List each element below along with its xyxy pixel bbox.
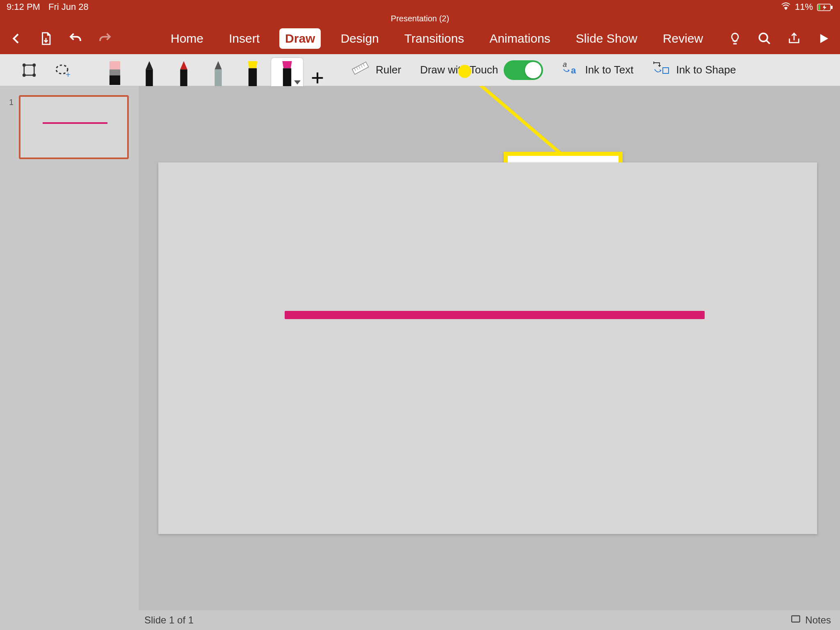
svg-marker-20 — [180, 61, 187, 69]
svg-point-4 — [759, 33, 767, 41]
svg-rect-16 — [110, 69, 120, 75]
svg-line-5 — [766, 40, 770, 44]
tab-draw[interactable]: Draw — [279, 28, 321, 49]
pen-red[interactable] — [167, 57, 200, 86]
add-pen-button[interactable] — [305, 70, 330, 86]
ruler-icon — [351, 60, 370, 80]
workspace: 1 Ruler — [0, 86, 840, 610]
pen-black[interactable] — [133, 57, 166, 86]
pencil-gray[interactable] — [202, 57, 235, 86]
svg-marker-18 — [146, 61, 153, 69]
undo-button[interactable] — [66, 30, 84, 48]
battery-low-charging-icon — [817, 2, 833, 12]
svg-point-12 — [33, 74, 35, 76]
ink-to-text-button[interactable]: aa Ink to Text — [556, 60, 639, 80]
ribbon-tabs: Home Insert Draw Design Transitions Anim… — [165, 28, 709, 49]
back-button[interactable] — [7, 30, 25, 48]
svg-rect-30 — [352, 62, 368, 74]
ink-to-shape-button[interactable]: Ink to Shape — [646, 60, 742, 80]
callout-anchor-dot — [458, 65, 471, 78]
svg-rect-21 — [180, 69, 187, 86]
svg-point-10 — [33, 64, 35, 66]
share-icon[interactable] — [785, 30, 803, 48]
svg-point-0 — [785, 8, 787, 9]
tab-animations[interactable]: Animations — [484, 28, 556, 49]
svg-text:+: + — [66, 69, 71, 79]
document-title: Presentation (2) — [391, 14, 449, 23]
play-slideshow-icon[interactable] — [815, 30, 833, 48]
svg-rect-8 — [24, 65, 34, 75]
thumbnail-ink-line — [43, 122, 107, 124]
draw-with-touch-toggle[interactable]: Draw with Touch — [414, 60, 549, 80]
svg-rect-3 — [818, 5, 820, 10]
file-menu-button[interactable] — [37, 30, 55, 48]
svg-rect-51 — [792, 616, 800, 622]
wifi-icon — [781, 2, 791, 12]
svg-line-43 — [464, 86, 564, 157]
tab-review[interactable]: Review — [657, 28, 709, 49]
status-time: 9:12 PM — [7, 2, 40, 12]
app-bar: Home Insert Draw Design Transitions Anim… — [0, 23, 840, 54]
ink-to-text-icon: aa — [562, 60, 579, 80]
svg-marker-26 — [282, 61, 292, 68]
eraser-tool[interactable] — [98, 57, 131, 86]
svg-marker-22 — [215, 61, 221, 69]
ink-to-text-label: Ink to Text — [585, 64, 633, 76]
status-date: Fri Jun 28 — [48, 2, 89, 12]
thumbnail-number: 1 — [9, 98, 14, 107]
ios-status-bar: 9:12 PM Fri Jun 28 11% — [0, 0, 840, 14]
notes-button[interactable]: Notes — [805, 614, 831, 626]
tab-transitions[interactable]: Transitions — [399, 28, 470, 49]
slide-thumbnail-panel: 1 — [0, 86, 139, 610]
select-objects-button[interactable] — [16, 58, 42, 82]
ink-to-shape-label: Ink to Shape — [676, 64, 736, 76]
slide-counter: Slide 1 of 1 — [144, 614, 194, 626]
tell-me-icon[interactable] — [726, 30, 744, 48]
svg-rect-23 — [215, 69, 221, 86]
toggle-switch-on[interactable] — [504, 60, 543, 80]
ruler-button[interactable]: Ruler — [345, 60, 407, 80]
svg-text:a: a — [563, 60, 567, 68]
notes-icon[interactable] — [790, 614, 801, 627]
tab-slideshow[interactable]: Slide Show — [570, 28, 643, 49]
svg-rect-19 — [146, 69, 153, 86]
ruler-label: Ruler — [376, 64, 401, 76]
lasso-select-button[interactable]: + — [49, 58, 75, 82]
svg-rect-27 — [283, 68, 291, 86]
search-icon[interactable] — [756, 30, 774, 48]
tab-home[interactable]: Home — [165, 28, 209, 49]
svg-rect-17 — [110, 75, 120, 84]
svg-marker-7 — [821, 34, 828, 43]
svg-point-9 — [23, 64, 25, 66]
svg-rect-25 — [249, 68, 257, 86]
slide-thumbnail-1[interactable]: 1 — [7, 95, 132, 159]
tab-design[interactable]: Design — [335, 28, 384, 49]
svg-rect-42 — [663, 68, 669, 73]
slide-canvas[interactable] — [158, 162, 817, 534]
highlighter-yellow[interactable] — [236, 57, 269, 86]
status-footer: Slide 1 of 1 Notes — [0, 610, 840, 630]
svg-rect-2 — [831, 6, 833, 9]
slide-canvas-area: Ruler — [139, 86, 840, 610]
svg-point-11 — [23, 74, 25, 76]
svg-text:a: a — [571, 65, 576, 75]
document-title-bar: Presentation (2) — [0, 14, 840, 23]
tab-insert[interactable]: Insert — [223, 28, 265, 49]
battery-percent: 11% — [795, 2, 813, 12]
pen-gallery — [98, 54, 330, 86]
drawn-ink-line[interactable] — [285, 311, 705, 319]
svg-rect-15 — [110, 61, 120, 69]
svg-marker-24 — [248, 61, 257, 68]
redo-button[interactable] — [96, 30, 114, 48]
highlighter-pink[interactable] — [271, 57, 304, 86]
draw-ribbon: + Ruler Draw with Touch — [0, 54, 840, 86]
ink-to-shape-icon — [652, 60, 670, 80]
